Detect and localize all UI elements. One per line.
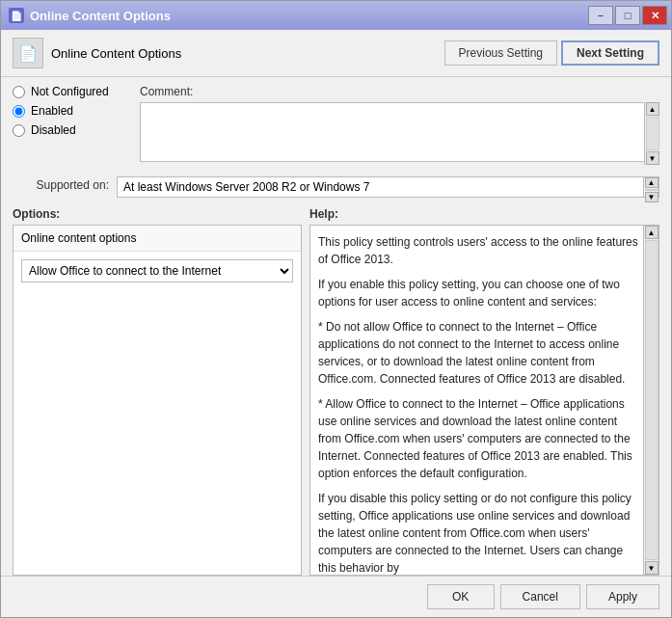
supported-value: At least Windows Server 2008 R2 or Windo… [117,176,659,198]
online-content-select[interactable]: Do not allow Office to connect to the In… [21,259,293,282]
disabled-option[interactable]: Disabled [13,123,128,137]
apply-button[interactable]: Apply [586,584,659,609]
comment-scroll-up[interactable]: ▲ [646,102,659,116]
comment-box-wrapper: ▲ ▼ [140,102,659,165]
toolbar-icon: 📄 [13,38,43,68]
main-window: 📄 Online Content Options − □ ✕ 📄 Online … [0,0,672,618]
title-bar-left: 📄 Online Content Options [9,8,171,23]
enabled-radio[interactable] [13,105,25,118]
help-para-1: This policy setting controls users' acce… [318,233,639,268]
help-scroll-down[interactable]: ▼ [645,561,659,575]
ok-button[interactable]: OK [427,584,495,609]
help-panel: This policy setting controls users' acce… [309,225,659,576]
radio-group: Not Configured Enabled Disabled [13,85,128,165]
help-scroll-up[interactable]: ▲ [645,226,659,239]
toolbar-title: Online Content Options [51,46,437,61]
lower-panels: Online content options Do not allow Offi… [1,225,671,576]
not-configured-label: Not Configured [31,85,109,98]
help-header: Help: [309,207,659,221]
comment-scroll-down[interactable]: ▼ [646,151,659,165]
toolbar-nav: Previous Setting Next Setting [444,40,659,66]
prev-setting-button[interactable]: Previous Setting [444,40,557,66]
config-section: Not Configured Enabled Disabled Comment: [1,77,671,173]
enabled-option[interactable]: Enabled [13,104,128,118]
supported-value-text: At least Windows Server 2008 R2 or Windo… [123,180,387,194]
supported-section: Supported on: At least Windows Server 20… [1,173,671,203]
options-header: Options: [13,207,302,221]
help-scrollbar: ▲ ▼ [643,226,659,575]
restore-button[interactable]: □ [615,6,640,25]
supported-label: Supported on: [13,176,109,192]
comment-textarea[interactable] [140,102,659,162]
help-para-4: * Allow Office to connect to the Interne… [318,395,639,482]
help-para-2: If you enable this policy setting, you c… [318,276,639,310]
title-bar-title: Online Content Options [30,9,171,23]
comment-scroll-track [646,117,659,150]
footer: OK Cancel Apply [1,576,671,617]
options-panel: Online content options Do not allow Offi… [13,225,302,576]
toolbar: 📄 Online Content Options Previous Settin… [1,30,671,77]
cancel-button[interactable]: Cancel [500,584,580,609]
options-panel-header: Online content options [13,226,301,252]
comment-scrollbar: ▲ ▼ [644,102,659,165]
next-setting-button[interactable]: Next Setting [561,40,659,66]
minimize-button[interactable]: − [588,6,613,25]
disabled-radio[interactable] [13,124,25,137]
supported-scrollbar: ▲ ▼ [643,177,659,197]
options-panel-body: Do not allow Office to connect to the In… [13,252,301,290]
comment-section: Comment: ▲ ▼ [140,85,659,165]
disabled-label: Disabled [31,123,76,137]
title-bar: 📄 Online Content Options − □ ✕ [1,1,671,30]
supported-scroll-track [645,189,659,191]
title-bar-controls: − □ ✕ [588,6,667,25]
supported-scroll-down[interactable]: ▼ [645,192,659,202]
help-scroll-track [645,240,659,560]
comment-label: Comment: [140,85,659,98]
main-content: Not Configured Enabled Disabled Comment: [1,77,671,576]
help-para-3: * Do not allow Office to connect to the … [318,318,639,388]
not-configured-radio[interactable] [13,86,25,98]
help-content: This policy setting controls users' acce… [310,226,659,575]
section-headers: Options: Help: [1,203,671,225]
enabled-label: Enabled [31,104,73,118]
not-configured-option[interactable]: Not Configured [13,85,128,98]
window-icon: 📄 [9,8,24,23]
supported-scroll-up[interactable]: ▲ [645,177,659,188]
close-button[interactable]: ✕ [642,6,667,25]
help-para-5: If you disable this policy setting or do… [318,490,639,575]
